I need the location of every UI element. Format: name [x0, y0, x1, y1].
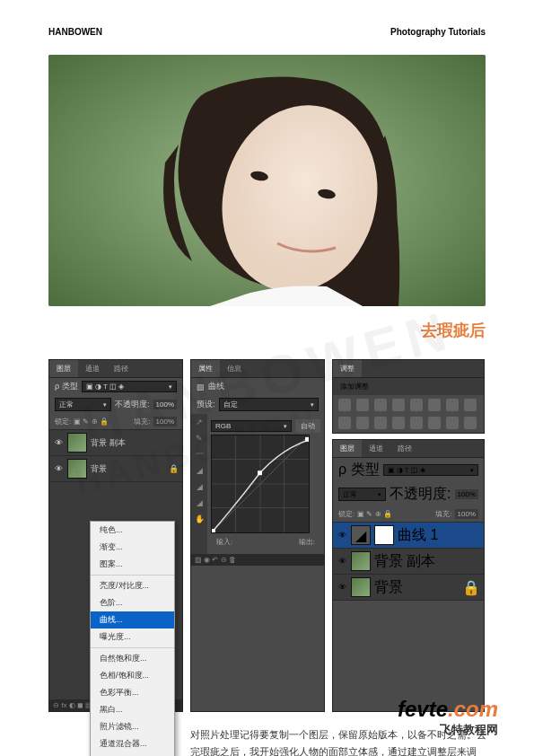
menu-gradient[interactable]: 渐变...: [91, 539, 174, 556]
layer-item[interactable]: 👁 背景 副本: [333, 549, 484, 575]
adj-gradient-icon[interactable]: [446, 417, 459, 429]
auto-button[interactable]: 自动: [295, 419, 320, 433]
blend-mode-2[interactable]: 正常: [338, 488, 386, 501]
tab-layers[interactable]: 图层: [49, 360, 78, 377]
opacity-value-2[interactable]: 100%: [455, 489, 478, 499]
curves-thumb: ◢: [351, 525, 371, 545]
tab-channels[interactable]: 通道: [78, 360, 107, 377]
header-right: Photography Tutorials: [390, 27, 486, 37]
menu-curves[interactable]: 曲线...: [91, 611, 174, 629]
adjustments-panel: 调整 添加调整: [332, 359, 485, 434]
preset-dropdown[interactable]: 自定: [219, 398, 319, 411]
adj-mixer-icon[interactable]: [356, 417, 369, 429]
adj-vibrance-icon[interactable]: [410, 399, 423, 411]
opacity-label-2: 不透明度:: [390, 485, 451, 504]
menu-brightness[interactable]: 亮度/对比度...: [91, 577, 174, 594]
tab-paths[interactable]: 路径: [107, 360, 136, 377]
adj-exposure-icon[interactable]: [392, 399, 405, 411]
tab-channels-2[interactable]: 通道: [362, 440, 390, 457]
opacity-value[interactable]: 100%: [153, 400, 177, 409]
eye-icon[interactable]: 👁: [53, 438, 64, 447]
mask-thumb: [374, 525, 394, 545]
layer-name: 背景: [91, 463, 107, 475]
kind-label-2: ρ 类型: [338, 461, 380, 479]
layer-item[interactable]: 👁 背景 🔒: [49, 456, 182, 482]
kind-filter[interactable]: ▣ ◑ T ◫ ◈: [82, 381, 177, 392]
fill-value[interactable]: 100%: [153, 417, 177, 426]
adj-brightness-icon[interactable]: [338, 399, 351, 411]
curves-panel: 属性 信息 ▧ 曲线 预设: 自定 ↗ ✎ 〰 ◢ ◢ ◢ ✋ RGB: [190, 359, 325, 712]
eyedropper-white[interactable]: ◢: [191, 495, 207, 511]
adj-curves-icon[interactable]: [374, 399, 387, 411]
caption: 去瑕疵后: [48, 320, 486, 341]
channel-dropdown[interactable]: RGB: [211, 420, 292, 432]
blend-mode[interactable]: 正常: [55, 398, 111, 411]
eye-icon[interactable]: 👁: [337, 531, 347, 540]
kind-filter-2[interactable]: ▣ ◑ T ◫ ◈: [383, 464, 478, 476]
menu-hue[interactable]: 色相/饱和度...: [91, 667, 174, 684]
curve-grid[interactable]: [211, 435, 310, 533]
adj-levels-icon[interactable]: [356, 399, 369, 411]
adj-invert-icon[interactable]: [392, 417, 405, 429]
lock-icon: 🔒: [462, 579, 480, 596]
layer-name: 背景 副本: [374, 552, 435, 571]
menu-balance[interactable]: 色彩平衡...: [91, 684, 174, 701]
input-label: 输入:: [216, 537, 232, 547]
preset-label: 预设:: [197, 399, 215, 410]
eyedropper-gray[interactable]: ◢: [191, 479, 207, 495]
layer-thumb: [67, 459, 87, 479]
tab-properties[interactable]: 属性: [191, 360, 220, 377]
svg-rect-11: [258, 470, 262, 475]
eyedropper-black[interactable]: ◢: [191, 462, 207, 479]
layer-name: 背景: [374, 578, 403, 597]
adj-posterize-icon[interactable]: [410, 417, 423, 429]
menu-mixer[interactable]: 通道混合器...: [91, 735, 174, 752]
kind-label: ρ 类型: [55, 381, 78, 392]
curve-tool[interactable]: ↗: [191, 414, 207, 430]
layer-item[interactable]: 👁 背景 🔒: [333, 575, 484, 601]
menu-filter[interactable]: 照片滤镜...: [91, 718, 174, 735]
menu-levels[interactable]: 色阶...: [91, 594, 174, 611]
portrait-photo: [48, 55, 486, 306]
curves-bottom-icons[interactable]: ▧ ◉ ↶ ⊖ 🗑: [191, 554, 324, 566]
layer-item-curves[interactable]: 👁 ◢ 曲线 1: [333, 523, 484, 549]
eye-icon[interactable]: 👁: [337, 557, 347, 566]
lock-icons[interactable]: ▣ ✎ ⊕ 🔒: [74, 418, 109, 426]
menu-bw[interactable]: 黑白...: [91, 701, 174, 718]
adj-hue-icon[interactable]: [428, 399, 441, 411]
lock-label-2: 锁定:: [338, 509, 355, 519]
adj-balance-icon[interactable]: [446, 399, 459, 411]
menu-pattern[interactable]: 图案...: [91, 556, 174, 573]
layer-thumb: [351, 577, 371, 597]
adj-threshold-icon[interactable]: [428, 417, 441, 429]
tab-info[interactable]: 信息: [220, 360, 249, 377]
tab-layers-2[interactable]: 图层: [333, 440, 362, 457]
adj-selective-icon[interactable]: [464, 417, 477, 429]
adj-bw-icon[interactable]: [464, 399, 477, 411]
logo-subtitle: 飞特教程网: [398, 722, 498, 738]
eye-icon[interactable]: 👁: [337, 583, 347, 592]
fill-label-2: 填充:: [435, 509, 451, 519]
layer-name: 曲线 1: [398, 526, 438, 545]
fill-value-2[interactable]: 100%: [455, 509, 478, 519]
menu-exposure[interactable]: 曝光度...: [91, 629, 174, 646]
tab-paths-2[interactable]: 路径: [390, 440, 419, 457]
adj-filter-icon[interactable]: [338, 417, 351, 429]
hand-tool[interactable]: ✋: [191, 511, 207, 527]
header-left: HANBOWEN: [48, 27, 102, 37]
lock-icon: 🔒: [169, 464, 179, 473]
svg-rect-12: [305, 437, 309, 442]
pencil-tool[interactable]: ✎: [191, 430, 207, 446]
opacity-label: 不透明度:: [115, 399, 150, 410]
site-logo: fevte.com 飞特教程网: [398, 697, 498, 738]
menu-lookup[interactable]: 颜色查找...: [91, 752, 174, 756]
adj-lookup-icon[interactable]: [374, 417, 387, 429]
menu-solid-color[interactable]: 纯色...: [91, 522, 174, 539]
tab-adjustments[interactable]: 调整: [333, 360, 362, 377]
menu-vibrance[interactable]: 自然饱和度...: [91, 650, 174, 667]
smooth-tool[interactable]: 〰: [191, 446, 207, 462]
lock-icons-2[interactable]: ▣ ✎ ⊕ 🔒: [357, 510, 392, 518]
eye-icon[interactable]: 👁: [53, 464, 64, 473]
layer-item[interactable]: 👁 背景 副本: [49, 430, 182, 456]
layers-panel-2: 图层 通道 路径 ρ 类型 ▣ ◑ T ◫ ◈ 正常 不透明度: 100% 锁定…: [332, 439, 485, 712]
